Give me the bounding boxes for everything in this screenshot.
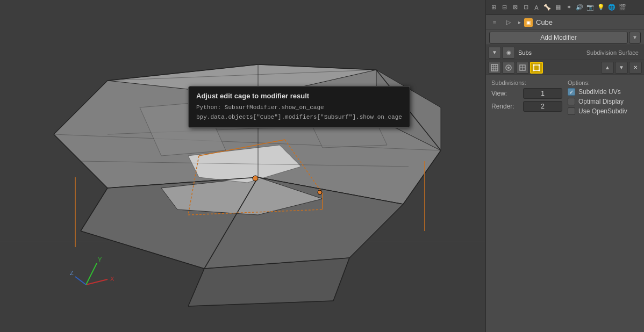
modifier-move-down[interactable]: ▼ [615,62,628,74]
view-label: View: [491,90,521,97]
render-value[interactable]: 2 [523,101,562,112]
icon-empty[interactable]: ✦ [563,2,574,13]
optimal-display-label: Optimal Display [578,98,624,105]
properties-panel: ⊞ ⊟ ⊠ ⊡ A 🦴 ▦ ✦ 🔊 📷 💡 🌐 🎬 ≡ ▷ ▸ ▣ Cube A… [485,0,644,332]
object-icon[interactable]: ▷ [503,17,514,28]
icon-camera[interactable]: 📷 [585,2,596,13]
subdivisions-label: Subdivisions: [491,80,562,86]
tooltip-python: Python: SubsurfModifier.show_on_cage bpy… [196,103,402,122]
icon-world[interactable]: 🌐 [606,2,617,13]
3d-viewport[interactable]: X Y Z Adjust edit cage to modifier resul… [0,0,485,332]
svg-point-54 [507,67,510,69]
view-value[interactable]: 1 [523,88,562,99]
icon-speaker[interactable]: 🔊 [574,2,585,13]
svg-text:Y: Y [98,256,102,263]
icon-light[interactable]: 💡 [596,2,606,13]
optimal-display-checkbox[interactable] [568,98,575,105]
modifier-icons-row: ▲ ▼ ✕ [486,60,644,75]
add-modifier-button[interactable]: Add Modifier [489,32,628,44]
modifier-move-up[interactable]: ▲ [601,62,614,74]
svg-point-38 [253,176,258,181]
use-opensubdiv-checkbox[interactable] [568,107,575,115]
modifier-tabs: ▼ ◉ Subs Subdivision Surface [486,45,644,60]
modifier-realtime-toggle[interactable]: ◉ [502,47,515,59]
options-section: Options: ✓ Subdivide UVs Optimal Display… [568,80,639,117]
svg-rect-48 [491,64,498,71]
breadcrumb-icon[interactable]: ≡ [489,17,500,28]
svg-point-59 [533,64,535,66]
modifier-icon-render[interactable] [502,62,515,74]
modifier-icon-edit[interactable] [516,62,529,74]
breadcrumb-arrow: ▸ [518,19,521,25]
svg-point-61 [533,69,535,71]
view-field-row: View: 1 [491,88,562,99]
icon-curve[interactable]: ⊟ [499,2,510,13]
svg-text:X: X [110,276,115,282]
svg-text:Z: Z [70,270,74,276]
icon-meta[interactable]: ⊡ [520,2,531,13]
top-icon-bar: ⊞ ⊟ ⊠ ⊡ A 🦴 ▦ ✦ 🔊 📷 💡 🌐 🎬 [486,0,644,15]
subdivide-uvs-checkbox[interactable]: ✓ [568,88,575,96]
cube-object-icon: ▣ [524,18,533,27]
render-label: Render: [491,103,521,110]
icon-font[interactable]: A [531,2,542,13]
svg-point-62 [539,69,540,71]
tooltip-title: Adjust edit cage to modifier result [196,92,402,100]
object-header: ≡ ▷ ▸ ▣ Cube [486,15,644,30]
icon-mesh[interactable]: ⊞ [488,2,499,13]
icon-surface[interactable]: ⊠ [510,2,520,13]
modifier-icon-mesh[interactable] [488,62,501,74]
add-modifier-row: Add Modifier ▼ [486,30,644,45]
modifier-expand-toggle[interactable]: ▼ [488,47,501,59]
add-modifier-dropdown[interactable]: ▼ [629,32,641,44]
modifier-name-label: Subs [516,49,534,56]
modifier-content: Subdivisions: View: 1 Render: 2 Options:… [486,75,644,332]
use-opensubdiv-row: Use OpenSubdiv [568,107,639,115]
modifier-remove[interactable]: ✕ [629,62,642,74]
icon-armature[interactable]: 🦴 [542,2,553,13]
icon-lattice[interactable]: ▦ [553,2,563,13]
subdivide-uvs-label: Subdivide UVs [578,88,621,96]
subdivide-uvs-row: ✓ Subdivide UVs [568,88,639,96]
tooltip: Adjust edit cage to modifier result Pyth… [188,86,410,128]
icon-scene[interactable]: 🎬 [617,2,628,13]
svg-point-39 [318,190,322,194]
options-label: Options: [568,80,639,86]
use-opensubdiv-label: Use OpenSubdiv [578,107,627,115]
object-name[interactable]: Cube [536,18,553,26]
subdivisions-section: Subdivisions: View: 1 Render: 2 [491,80,562,117]
render-field-row: Render: 2 [491,101,562,112]
modifier-type-label: Subdivision Surface [586,49,639,56]
svg-point-60 [539,64,540,66]
optimal-display-row: Optimal Display [568,98,639,105]
modifier-icon-cage[interactable] [530,62,543,74]
svg-rect-58 [534,65,539,70]
